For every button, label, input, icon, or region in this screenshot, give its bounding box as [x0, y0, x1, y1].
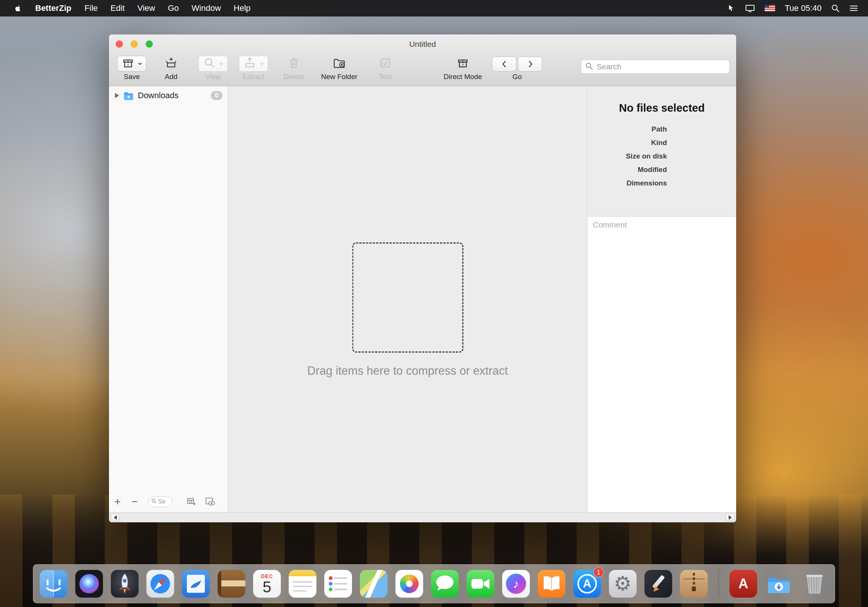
window-content: Downloads 0 + − [109, 86, 736, 512]
safari-dock-icon[interactable] [146, 570, 174, 598]
delete-button[interactable]: Delete [281, 56, 307, 81]
music-note-glyph: ♪ [513, 577, 519, 591]
sidebar-filter-field[interactable] [148, 497, 172, 507]
field-label-dimensions: Dimensions [587, 177, 667, 190]
add-archive-button[interactable]: + [114, 496, 121, 507]
disclosure-triangle-icon[interactable] [115, 93, 119, 98]
trash-dock-icon[interactable] [801, 570, 828, 598]
menu-view[interactable]: View [131, 3, 161, 13]
horizontal-scrollbar[interactable] [109, 512, 736, 522]
inspector-panel: No files selected Path Kind Size on disk… [587, 86, 736, 512]
downloads-stack-icon[interactable] [765, 570, 793, 598]
photos-dock-icon[interactable] [395, 570, 423, 598]
item-count-badge: 0 [211, 91, 222, 100]
display-status-icon[interactable] [745, 4, 755, 12]
menu-help[interactable]: Help [227, 3, 257, 13]
menu-window[interactable]: Window [185, 3, 227, 13]
sidebar-item-downloads[interactable]: Downloads 0 [109, 89, 228, 102]
menu-bar: BetterZip File Edit View Go Window Help … [0, 0, 868, 17]
mail-dock-icon[interactable] [182, 570, 210, 598]
apple-menu-icon[interactable] [8, 4, 28, 13]
menu-bar-left: BetterZip File Edit View Go Window Help [0, 3, 257, 13]
system-preferences-dock-icon[interactable]: ⚙ [609, 570, 637, 598]
finder-dock-icon[interactable] [40, 570, 67, 598]
drop-hint-text: Drag items here to compress or extract [228, 364, 587, 378]
field-label-kind: Kind [587, 136, 667, 149]
save-button[interactable]: Save [115, 56, 149, 81]
traffic-lights [116, 40, 153, 48]
dock-divider [718, 570, 719, 598]
go-forward-button[interactable] [518, 57, 542, 71]
betterzip-window: Untitled Save [109, 34, 736, 522]
comment-section[interactable] [587, 216, 736, 512]
input-source-flag-icon[interactable] [765, 5, 775, 12]
sidebar-filter-input[interactable] [158, 498, 169, 505]
list-columns-icon[interactable] [186, 497, 196, 506]
view-magnifier-icon [202, 57, 217, 71]
siri-dock-icon[interactable] [75, 570, 103, 598]
facetime-dock-icon[interactable] [467, 570, 494, 598]
add-to-archive-icon [164, 57, 178, 71]
remove-archive-button[interactable]: − [132, 496, 138, 507]
extract-button[interactable]: Extract [237, 56, 270, 81]
add-button[interactable]: Add [158, 56, 184, 81]
field-label-size-on-disk: Size on disk [587, 149, 667, 163]
notes-dock-icon[interactable] [289, 570, 316, 598]
menu-bar-clock[interactable]: Tue 05:40 [785, 3, 822, 13]
messages-dock-icon[interactable] [431, 570, 459, 598]
left-arrow-icon [114, 515, 117, 520]
contacts-dock-icon[interactable] [217, 570, 245, 598]
launchpad-dock-icon[interactable] [111, 570, 138, 598]
archive-box-icon [121, 57, 135, 71]
sidebar-item-label: Downloads [138, 91, 211, 101]
inspector-empty-title: No files selected [587, 102, 736, 114]
title-bar[interactable]: Untitled [109, 34, 736, 54]
search-input[interactable] [597, 62, 725, 71]
cursor-status-icon[interactable] [727, 4, 735, 12]
spotlight-icon[interactable] [831, 4, 840, 12]
new-folder-button[interactable]: New Folder [321, 56, 358, 81]
notification-center-icon[interactable] [849, 4, 858, 12]
toolbar-search-field[interactable] [581, 60, 730, 74]
gear-icon: ⚙ [614, 574, 632, 594]
app-store-dock-icon[interactable]: A 1 [573, 570, 601, 598]
betterzip-dock-icon[interactable] [680, 570, 708, 598]
scroll-left-button[interactable] [111, 514, 119, 521]
maps-dock-icon[interactable] [360, 570, 388, 598]
sidebar: Downloads 0 + − [109, 86, 228, 512]
menu-go[interactable]: Go [161, 3, 185, 13]
calendar-dock-icon[interactable]: DEC 5 [253, 570, 281, 598]
menu-edit[interactable]: Edit [104, 3, 131, 13]
sidebar-footer: + − [109, 494, 228, 509]
comment-input[interactable] [593, 220, 731, 508]
preview-eye-icon[interactable] [205, 497, 216, 506]
dock: DEC 5 ♪ A 1 ⚙ [33, 564, 835, 603]
calendar-day-label: 5 [253, 579, 281, 595]
field-label-modified: Modified [587, 163, 667, 177]
itunes-dock-icon[interactable]: ♪ [502, 570, 530, 598]
go-back-button[interactable] [492, 57, 516, 71]
direct-mode-button[interactable]: Direct Mode [442, 56, 484, 81]
scroll-right-button[interactable] [726, 514, 734, 521]
reminders-dock-icon[interactable] [324, 570, 352, 598]
chevron-down-icon [138, 61, 143, 67]
go-navigation: Go [492, 56, 542, 81]
window-chrome: Untitled Save [109, 34, 736, 86]
extract-arrow-icon [243, 57, 257, 71]
menu-bar-status: Tue 05:40 [727, 3, 868, 13]
app-menu-betterzip[interactable]: BetterZip [28, 3, 78, 13]
minimize-button[interactable] [131, 40, 138, 48]
zoom-button[interactable] [146, 40, 153, 48]
ibooks-dock-icon[interactable] [538, 570, 566, 598]
test-button[interactable]: Test [372, 56, 398, 81]
checkmark-box-icon [378, 57, 392, 71]
new-folder-icon [332, 57, 346, 71]
graphics-app-dock-icon[interactable] [645, 570, 672, 598]
acrobat-dock-icon[interactable]: A [730, 570, 757, 598]
search-icon [585, 62, 593, 71]
view-button[interactable]: View [196, 56, 230, 81]
close-button[interactable] [116, 40, 123, 48]
toolbar: Save Add [109, 54, 736, 86]
menu-file[interactable]: File [78, 3, 104, 13]
drop-zone[interactable] [352, 242, 463, 352]
